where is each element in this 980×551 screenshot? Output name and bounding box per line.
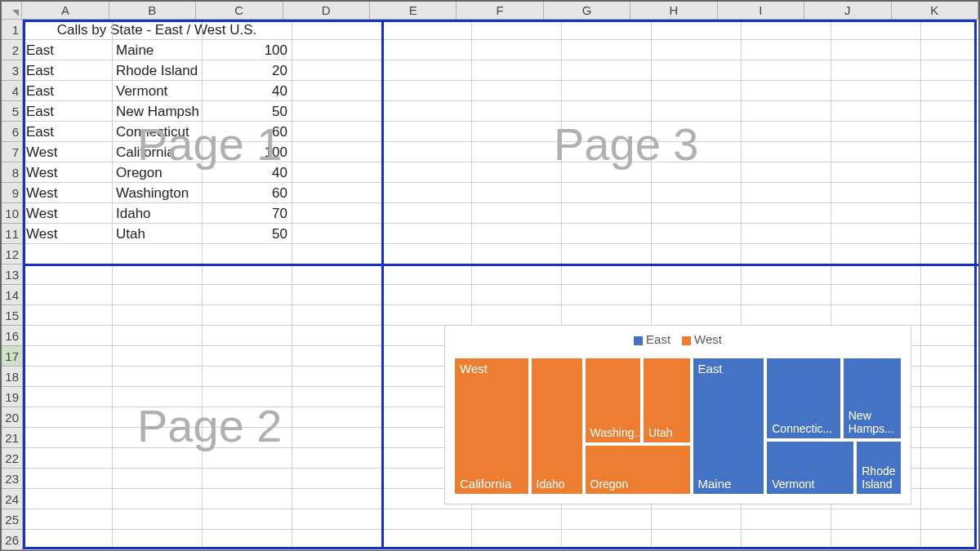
row-header-16[interactable]: 16: [2, 326, 22, 346]
row-header-column: 1234567891011121314151617181920212223242…: [2, 20, 23, 549]
row-header-3[interactable]: 3: [2, 60, 22, 81]
row-header-5[interactable]: 5: [2, 101, 22, 122]
tile-washington[interactable]: Washing...: [584, 357, 643, 444]
tile-maine-label: Maine: [698, 477, 732, 491]
legend-east-label: East: [646, 332, 670, 346]
tile-rhode-island[interactable]: Rhode Island: [855, 440, 902, 495]
row-header-15[interactable]: 15: [2, 305, 22, 326]
treemap-chart[interactable]: East West West California Idaho Washing.…: [444, 325, 911, 504]
tile-maine[interactable]: East Maine: [692, 357, 766, 495]
tile-ri-label: Rhode Island: [862, 464, 896, 491]
page-break-vertical[interactable]: [381, 20, 384, 549]
row-header-2[interactable]: 2: [2, 40, 22, 60]
tile-california[interactable]: West California: [453, 357, 530, 495]
row-header-13[interactable]: 13: [2, 264, 22, 285]
column-header-H[interactable]: H: [630, 2, 717, 19]
tile-east-group-label: East: [698, 362, 760, 375]
column-header-F[interactable]: F: [457, 2, 543, 19]
row-header-6[interactable]: 6: [2, 122, 22, 142]
row-header-14[interactable]: 14: [2, 285, 22, 305]
tile-connecticut[interactable]: Connectic...: [765, 357, 842, 440]
tile-washington-label: Washing...: [590, 426, 643, 439]
page-break-horizontal[interactable]: [23, 264, 978, 266]
column-header-row: ABCDEFGHIJK: [2, 2, 978, 20]
tile-idaho[interactable]: Idaho: [530, 357, 584, 495]
row-header-11[interactable]: 11: [2, 224, 22, 244]
row-header-4[interactable]: 4: [2, 81, 22, 101]
tile-connecticut-label: Connectic...: [772, 422, 832, 435]
row-header-26[interactable]: 26: [2, 530, 22, 550]
tile-california-label: California: [460, 477, 511, 491]
row-header-1[interactable]: 1: [2, 20, 22, 40]
row-header-18[interactable]: 18: [2, 367, 22, 387]
select-all-triangle[interactable]: [2, 2, 22, 19]
column-header-E[interactable]: E: [370, 2, 457, 19]
legend-east: East: [634, 332, 670, 346]
tile-idaho-label: Idaho: [537, 478, 565, 491]
tile-west-group-label: West: [460, 362, 523, 375]
tile-new-hampshire[interactable]: New Hamps...: [842, 357, 902, 440]
column-header-J[interactable]: J: [804, 2, 891, 19]
chart-legend: East West: [445, 326, 911, 351]
tile-utah[interactable]: Utah: [642, 357, 692, 444]
tile-vermont[interactable]: Vermont: [765, 440, 855, 495]
tile-oregon[interactable]: Oregon: [584, 444, 692, 495]
tile-nh-label: New Hamps...: [849, 409, 896, 435]
row-header-10[interactable]: 10: [2, 203, 22, 224]
spreadsheet: ABCDEFGHIJK 1234567891011121314151617181…: [0, 0, 980, 551]
tile-vermont-label: Vermont: [772, 478, 814, 491]
tile-oregon-label: Oregon: [590, 478, 629, 491]
row-header-21[interactable]: 21: [2, 428, 22, 448]
row-header-20[interactable]: 20: [2, 407, 22, 428]
column-header-I[interactable]: I: [718, 2, 804, 19]
column-header-C[interactable]: C: [196, 2, 283, 19]
column-header-D[interactable]: D: [283, 2, 370, 19]
treemap-area: West California Idaho Washing... Utah Or…: [453, 357, 902, 495]
row-header-7[interactable]: 7: [2, 142, 22, 162]
row-header-9[interactable]: 9: [2, 183, 22, 203]
row-header-8[interactable]: 8: [2, 162, 22, 183]
row-header-19[interactable]: 19: [2, 387, 22, 407]
row-header-12[interactable]: 12: [2, 244, 22, 264]
column-header-A[interactable]: A: [22, 2, 109, 19]
row-header-17[interactable]: 17: [2, 346, 22, 367]
row-header-23[interactable]: 23: [2, 469, 22, 489]
legend-west-label: West: [694, 332, 722, 346]
row-header-24[interactable]: 24: [2, 489, 22, 509]
tile-utah-label: Utah: [648, 426, 673, 439]
grid-body[interactable]: Page 1 Page 2 Page 3 Calls by State - Ea…: [23, 20, 978, 549]
column-header-G[interactable]: G: [544, 2, 630, 19]
legend-west: West: [682, 332, 722, 346]
row-header-25[interactable]: 25: [2, 509, 22, 530]
column-header-K[interactable]: K: [892, 2, 978, 19]
column-header-B[interactable]: B: [109, 2, 196, 19]
row-header-22[interactable]: 22: [2, 448, 22, 469]
